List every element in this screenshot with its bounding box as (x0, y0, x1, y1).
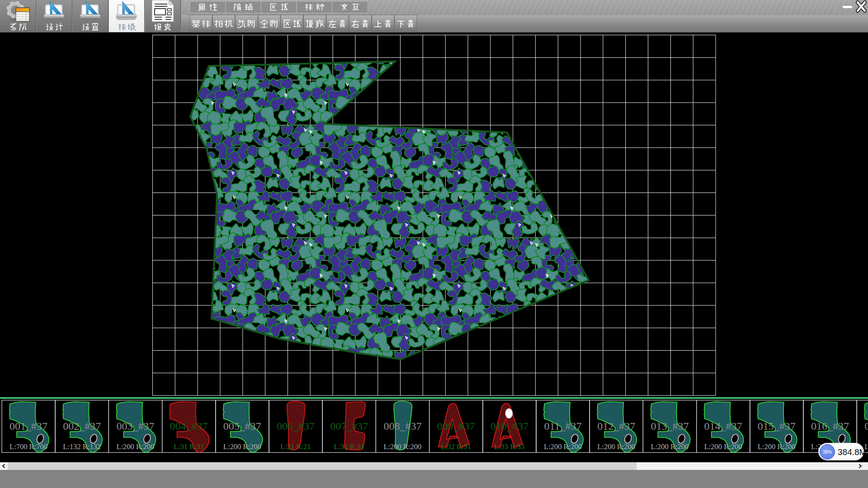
svg-text:005_#37: 005_#37 (223, 420, 261, 432)
svg-text:013_#37: 013_#37 (651, 420, 689, 432)
svg-text:006_#37: 006_#37 (277, 420, 315, 432)
svg-text:L:700 R:700: L:700 R:700 (9, 442, 47, 451)
svg-text:016_#37: 016_#37 (811, 420, 849, 432)
svg-text:L:21 R:21: L:21 R:21 (280, 442, 311, 451)
svg-text:011_#37: 011_#37 (544, 420, 581, 432)
svg-text:001_#37: 001_#37 (9, 420, 47, 432)
svg-text:002_#37: 002_#37 (63, 420, 101, 432)
svg-text:003_#37: 003_#37 (116, 420, 154, 432)
svg-text:L:200 R:200: L:200 R:200 (651, 442, 689, 451)
svg-text:L:200 R:200: L:200 R:200 (116, 442, 154, 451)
svg-text:L:200 R:200: L:200 R:200 (544, 442, 582, 451)
svg-text:L:200 R:200: L:200 R:200 (223, 442, 261, 451)
svg-text:L:31 R:31: L:31 R:31 (174, 442, 204, 451)
svg-text:L:200 R:200: L:200 R:200 (704, 442, 742, 451)
svg-text:007_#37: 007_#37 (330, 420, 368, 432)
svg-text:L:32 R:31: L:32 R:31 (441, 442, 471, 451)
svg-text:015_#37: 015_#37 (758, 420, 796, 432)
svg-text:008_#37: 008_#37 (383, 420, 421, 432)
svg-text:014_#37: 014_#37 (704, 420, 742, 432)
svg-text:L:200 R:200: L:200 R:200 (758, 442, 796, 451)
svg-text:012_#37: 012_#37 (597, 420, 635, 432)
svg-text:017_#37: 017_#37 (864, 420, 868, 432)
svg-text:L:31 R:31: L:31 R:31 (334, 442, 364, 451)
svg-text:L:200 R:200: L:200 R:200 (383, 442, 421, 451)
svg-text:010_#37: 010_#37 (491, 420, 528, 432)
svg-text:009_#37: 009_#37 (437, 420, 475, 432)
svg-text:004_#37: 004_#37 (170, 420, 208, 432)
svg-text:L:132 R:132: L:132 R:132 (63, 442, 101, 451)
svg-text:L:33 R:33: L:33 R:33 (494, 442, 524, 451)
svg-text:L:200 R:200: L:200 R:200 (597, 442, 635, 451)
